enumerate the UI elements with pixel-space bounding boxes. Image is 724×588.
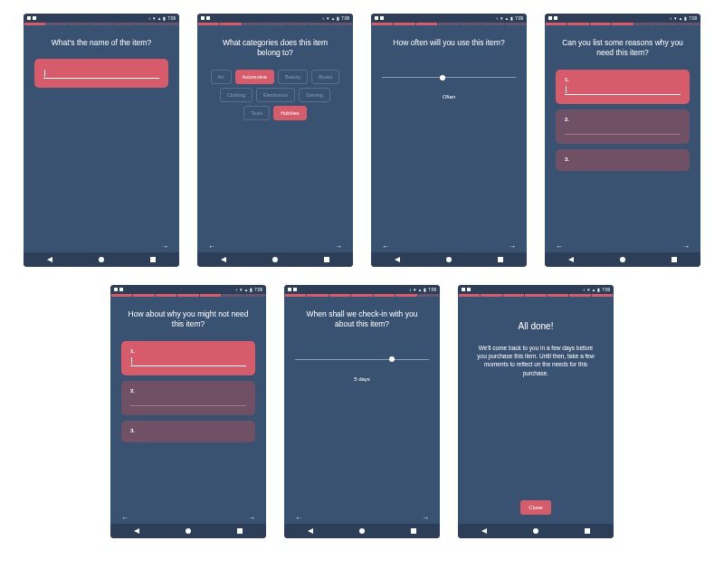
forward-arrow-icon[interactable]: → xyxy=(682,242,690,251)
chip-art[interactable]: Art xyxy=(211,70,232,84)
back-arrow-icon[interactable]: ← xyxy=(556,242,563,251)
back-arrow-icon[interactable]: ← xyxy=(382,242,389,251)
question-title: What categories does this item belong to… xyxy=(208,38,342,59)
chip-beauty[interactable]: Beauty xyxy=(278,70,308,84)
home-icon[interactable] xyxy=(99,257,104,262)
screen-reasons-need: ⌖▾▲▮7:09 Can you list some reasons why y… xyxy=(545,14,700,267)
reason-card-2[interactable]: 2. xyxy=(556,109,690,144)
back-arrow-icon[interactable]: ← xyxy=(295,514,302,522)
recents-icon[interactable] xyxy=(150,257,156,262)
question-title: Can you list some reasons why you need t… xyxy=(556,38,690,59)
forward-arrow-icon[interactable]: → xyxy=(161,242,168,251)
reason-card-2[interactable]: 2. xyxy=(121,381,255,415)
screen-frequency: ⌖▾▲▮7:09 How often will you use this ite… xyxy=(371,14,527,267)
question-title: When shall we check-in with you about th… xyxy=(295,309,429,330)
back-arrow-icon[interactable]: ← xyxy=(208,242,215,251)
question-title: How about why you might not need this it… xyxy=(121,309,255,330)
frequency-slider[interactable] xyxy=(382,77,516,78)
close-button[interactable]: Close xyxy=(520,500,550,515)
text-input-card[interactable] xyxy=(34,59,168,88)
android-nav-bar xyxy=(24,252,179,267)
status-time: 7:09 xyxy=(167,16,176,21)
reason-card-1[interactable]: 1. xyxy=(121,341,255,375)
screen-checkin: ⌖▾▲▮7:09 When shall we check-in with you… xyxy=(284,285,440,538)
back-icon[interactable] xyxy=(47,257,52,262)
forward-arrow-icon[interactable]: → xyxy=(509,242,516,251)
question-title: What's the name of the item? xyxy=(34,38,168,48)
status-bar: ⌖▾▲▮7:09 xyxy=(24,14,179,23)
screen-reasons-not-need: ⌖▾▲▮7:09 How about why you might not nee… xyxy=(110,285,266,538)
forward-arrow-icon[interactable]: → xyxy=(335,242,342,251)
forward-arrow-icon[interactable]: → xyxy=(422,514,429,522)
screen-done: ⌖▾▲▮7:09 All done! We'll come back to yo… xyxy=(458,285,614,538)
question-title: How often will you use this item? xyxy=(382,38,516,48)
chip-books[interactable]: Books xyxy=(311,70,339,84)
progress-bar xyxy=(24,23,179,25)
chip-gaming[interactable]: Gaming xyxy=(299,88,330,102)
chip-clothing[interactable]: Clothing xyxy=(220,88,252,102)
reason-card-3[interactable]: 3. xyxy=(121,421,255,442)
chip-electronics[interactable]: Electronics xyxy=(256,88,295,102)
done-title: All done! xyxy=(469,320,603,333)
screen-categories: ⌖▾▲▮7:09 What categories does this item … xyxy=(197,14,353,267)
reason-card-1[interactable]: 1. xyxy=(556,70,690,104)
category-chips: Art Automotive Beauty Books Clothing Ele… xyxy=(208,70,342,120)
screen-item-name: ⌖▾▲▮7:09 What's the name of the item? → xyxy=(24,14,179,267)
reason-card-3[interactable]: 3. xyxy=(556,149,690,171)
checkin-slider[interactable] xyxy=(295,359,429,360)
chip-automotive[interactable]: Automotive xyxy=(235,70,275,84)
chip-hobbies[interactable]: Hobbies xyxy=(273,106,306,120)
done-body: We'll come back to you in a few days bef… xyxy=(469,344,603,378)
back-arrow-icon[interactable]: ← xyxy=(121,514,129,522)
chip-tools[interactable]: Tools xyxy=(243,106,270,120)
location-icon: ⌖ xyxy=(148,16,151,21)
forward-arrow-icon[interactable]: → xyxy=(248,514,255,522)
